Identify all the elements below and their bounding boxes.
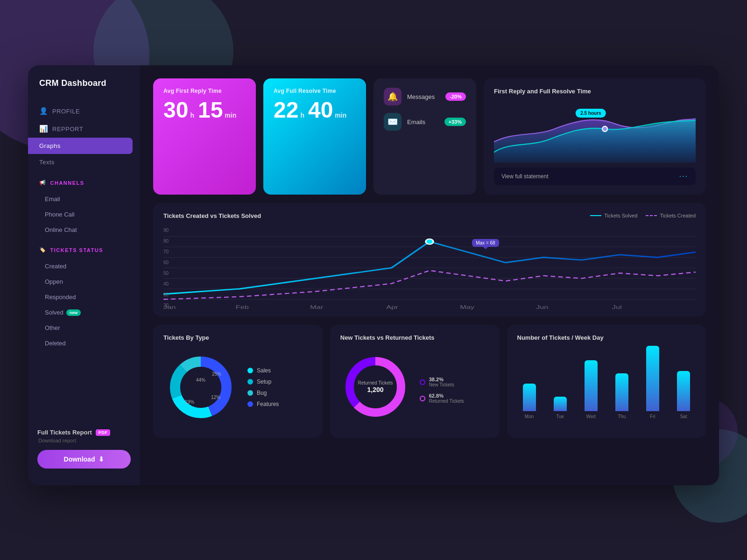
sidebar-item-graphs-label: Graphs bbox=[39, 142, 61, 149]
avg-first-reply-card: Avg First Reply Time 30 h 15 min bbox=[153, 78, 256, 195]
tickets-chart-legend: Tickets Solved Tickets Created bbox=[590, 213, 696, 218]
view-statement-text: View full statement bbox=[501, 173, 549, 180]
avg-full-resolve-value: 22 h 40 min bbox=[274, 99, 356, 121]
weekly-tickets-card: Number of Tickets / Week Day MonTueWedTh… bbox=[507, 325, 706, 438]
full-resolve-hours-unit: h bbox=[300, 112, 304, 119]
main-container: CRM Dashboard 👤 PROFILE 📊 REPPORT Graphs… bbox=[28, 65, 719, 485]
sidebar-item-profile[interactable]: 👤 PROFILE bbox=[28, 102, 140, 120]
svg-text:44%: 44% bbox=[196, 378, 205, 383]
sidebar-item-deleted[interactable]: Deleted bbox=[28, 336, 140, 351]
legend-solved-line bbox=[590, 215, 601, 216]
tickets-icon: 🏷️ bbox=[39, 247, 47, 253]
full-tickets-report: Full Tickets Report PDF bbox=[37, 429, 131, 436]
messages-emails-card: 🔔 Messages -20% ✉️ Emails +33% bbox=[374, 78, 476, 195]
bar-label: Sat bbox=[680, 414, 687, 419]
first-reply-chart-title: First Reply and Full Resolve Time bbox=[494, 88, 696, 95]
sidebar: CRM Dashboard 👤 PROFILE 📊 REPPORT Graphs… bbox=[28, 65, 140, 485]
sidebar-title: CRM Dashboard bbox=[28, 78, 140, 99]
emails-badge: +33% bbox=[444, 118, 466, 126]
bar bbox=[523, 384, 536, 411]
svg-text:19%: 19% bbox=[185, 399, 194, 405]
bar-label: Mon bbox=[525, 414, 534, 419]
first-reply-chart-card: First Reply and Full Resolve Time 2.5 ho… bbox=[484, 78, 706, 195]
returned-tickets-dot bbox=[420, 396, 425, 401]
donut-svg: 44% 25% 19% 12% bbox=[163, 350, 238, 425]
sidebar-item-online-chat[interactable]: Online Chat bbox=[28, 222, 140, 238]
tickets-svg: Jan Feb Mar Apr May Jun Jul bbox=[163, 226, 696, 310]
returned-center-label: Returned Tickets bbox=[358, 380, 393, 385]
avg-full-resolve-label: Avg Full Resolve Time bbox=[274, 88, 356, 94]
svg-point-0 bbox=[602, 126, 607, 132]
full-resolve-hours: 22 bbox=[274, 99, 298, 121]
bar-label: Thu bbox=[618, 414, 626, 419]
legend-created: Tickets Created bbox=[646, 213, 696, 218]
returned-content: Returned Tickets 1,200 38.2% New Tickets bbox=[340, 346, 489, 428]
repport-icon: 📊 bbox=[39, 125, 48, 133]
legend-sales: Sales bbox=[247, 367, 279, 374]
bar-label: Tue bbox=[556, 414, 564, 419]
full-resolve-minutes-unit: min bbox=[335, 112, 346, 119]
tickets-status-section: Created Oppen Responded Solved new Other… bbox=[28, 256, 140, 354]
bar bbox=[646, 346, 659, 411]
setup-dot bbox=[247, 379, 253, 385]
returned-svg: Returned Tickets 1,200 bbox=[340, 352, 410, 422]
sidebar-item-phone-call[interactable]: Phone Call bbox=[28, 207, 140, 222]
tickets-chart-header: Tickets Created vs Tickets Solved Ticket… bbox=[163, 212, 696, 219]
view-statement-btn[interactable]: View full statement ··· bbox=[494, 168, 696, 185]
returned-center-value: 1,200 bbox=[367, 386, 383, 393]
tickets-by-type-card: Tickets By Type 44% bbox=[153, 325, 323, 438]
sidebar-nav-section: 👤 PROFILE 📊 REPPORT Graphs Texts bbox=[28, 99, 140, 173]
sidebar-bottom: Full Tickets Report PDF Download report … bbox=[28, 421, 140, 476]
legend-created-line bbox=[646, 215, 657, 216]
emails-row: ✉️ Emails +33% bbox=[384, 113, 466, 131]
new-vs-returned-title: New Tickets vs Returned Tickets bbox=[340, 334, 489, 341]
main-content: Avg First Reply Time 30 h 15 min Avg Ful… bbox=[140, 65, 719, 485]
tickets-by-type-title: Tickets By Type bbox=[163, 334, 312, 341]
svg-text:12%: 12% bbox=[211, 395, 220, 400]
sidebar-item-oppen[interactable]: Oppen bbox=[28, 274, 140, 289]
sidebar-item-solved[interactable]: Solved new bbox=[28, 305, 140, 320]
channels-section-label: 📢 CHANNELS bbox=[28, 173, 140, 189]
sidebar-item-texts[interactable]: Texts bbox=[28, 154, 140, 170]
view-statement-dots: ··· bbox=[679, 172, 688, 181]
returned-legend: 38.2% New Tickets 62.8% Returned Tickets bbox=[420, 377, 464, 404]
first-reply-minutes: 15 bbox=[198, 99, 223, 121]
emails-label: Emails bbox=[407, 119, 439, 126]
sidebar-item-email[interactable]: Email bbox=[28, 191, 140, 207]
download-button[interactable]: Download ⬇ bbox=[37, 450, 131, 469]
bar bbox=[677, 371, 690, 411]
bar-group: Sat bbox=[671, 371, 696, 419]
sidebar-item-other[interactable]: Other bbox=[28, 320, 140, 336]
download-report-text: Download report bbox=[37, 438, 131, 443]
tickets-chart-area: Max = 68 bbox=[163, 226, 696, 310]
middle-row: Tickets Created vs Tickets Solved Ticket… bbox=[153, 203, 706, 316]
top-row: Avg First Reply Time 30 h 15 min Avg Ful… bbox=[153, 78, 706, 195]
legend-solved: Tickets Solved bbox=[590, 213, 637, 218]
bar-label: Fri bbox=[650, 414, 655, 419]
weekly-tickets-title: Number of Tickets / Week Day bbox=[517, 334, 696, 341]
svg-text:Mar: Mar bbox=[310, 304, 323, 310]
download-icon: ⬇ bbox=[99, 455, 104, 463]
sidebar-item-created[interactable]: Created bbox=[28, 259, 140, 274]
svg-text:25%: 25% bbox=[212, 371, 221, 377]
bar-group: Thu bbox=[610, 373, 634, 419]
sidebar-item-graphs[interactable]: Graphs bbox=[28, 138, 133, 154]
donut-content: 44% 25% 19% 12% Sales Setup bbox=[163, 347, 312, 428]
tickets-status-section-label: 🏷️ TICKETS STATUS bbox=[28, 240, 140, 256]
legend-bug: Bug bbox=[247, 390, 279, 396]
bar-group: Fri bbox=[641, 346, 665, 419]
features-dot bbox=[247, 401, 253, 407]
sidebar-item-responded[interactable]: Responded bbox=[28, 289, 140, 305]
avg-full-resolve-card: Avg Full Resolve Time 22 h 40 min bbox=[263, 78, 366, 195]
svg-text:Feb: Feb bbox=[236, 304, 249, 310]
sidebar-item-repport[interactable]: 📊 REPPORT bbox=[28, 120, 140, 138]
channels-section: Email Phone Call Online Chat bbox=[28, 189, 140, 240]
sidebar-item-profile-label: PROFILE bbox=[52, 108, 80, 115]
channels-icon: 📢 bbox=[39, 180, 47, 186]
svg-point-8 bbox=[426, 239, 433, 244]
new-vs-returned-card: New Tickets vs Returned Tickets Returned… bbox=[330, 325, 500, 438]
bar bbox=[615, 373, 628, 411]
max-tooltip: Max = 68 bbox=[472, 239, 499, 247]
bars-area: MonTueWedThuFriSat bbox=[517, 341, 696, 428]
avg-first-reply-value: 30 h 15 min bbox=[163, 99, 246, 121]
